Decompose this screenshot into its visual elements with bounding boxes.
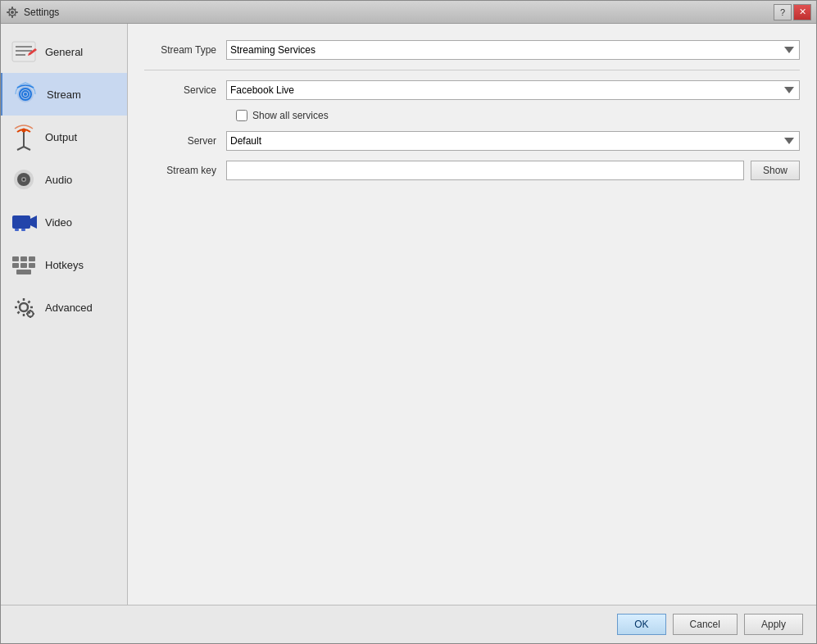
sidebar: General Stream xyxy=(1,24,128,605)
content-area: General Stream xyxy=(1,24,816,605)
hotkeys-icon xyxy=(9,250,39,279)
output-icon xyxy=(9,122,39,152)
svg-rect-33 xyxy=(29,256,35,261)
video-icon xyxy=(9,207,39,237)
service-select[interactable]: Facebook Live xyxy=(226,80,800,100)
separator-1 xyxy=(144,70,800,70)
svg-rect-37 xyxy=(16,270,31,274)
svg-rect-30 xyxy=(21,229,25,231)
svg-point-38 xyxy=(20,303,28,311)
close-button[interactable]: ✕ xyxy=(793,4,811,20)
svg-rect-35 xyxy=(20,263,27,268)
audio-icon xyxy=(9,165,39,194)
hotkeys-label: Hotkeys xyxy=(45,259,84,271)
settings-title-icon xyxy=(6,6,19,19)
title-bar-buttons: ? ✕ xyxy=(774,4,811,20)
sidebar-item-video[interactable]: Video xyxy=(1,201,127,243)
stream-key-control: Show xyxy=(226,161,800,180)
svg-line-46 xyxy=(18,311,20,313)
sidebar-item-hotkeys[interactable]: Hotkeys xyxy=(1,243,127,286)
svg-rect-32 xyxy=(20,256,27,261)
sidebar-item-audio[interactable]: Audio xyxy=(1,158,127,201)
service-control: Facebook Live xyxy=(226,80,800,100)
advanced-label: Advanced xyxy=(45,302,93,314)
apply-button[interactable]: Apply xyxy=(744,614,803,635)
audio-label: Audio xyxy=(45,174,72,186)
help-button[interactable]: ? xyxy=(774,4,792,20)
output-label: Output xyxy=(45,131,77,143)
stream-type-control: Streaming Services xyxy=(226,40,800,60)
svg-rect-29 xyxy=(15,229,19,231)
stream-type-label: Stream Type xyxy=(144,44,226,56)
svg-point-18 xyxy=(24,93,27,96)
server-control: Default xyxy=(226,131,800,151)
ok-button[interactable]: OK xyxy=(617,614,665,635)
svg-point-22 xyxy=(22,129,26,133)
svg-marker-28 xyxy=(30,215,37,229)
stream-settings-section: Stream Type Streaming Services Service F… xyxy=(144,40,800,588)
stream-type-select[interactable]: Streaming Services xyxy=(226,40,800,60)
server-select[interactable]: Default xyxy=(226,131,800,151)
title-bar: Settings ? ✕ xyxy=(1,1,816,24)
service-row: Service Facebook Live xyxy=(144,80,800,100)
svg-rect-5 xyxy=(16,11,18,13)
window-title: Settings xyxy=(24,7,59,18)
show-all-services-checkbox[interactable] xyxy=(236,110,247,121)
stream-label: Stream xyxy=(47,88,81,101)
stream-key-label: Stream key xyxy=(144,165,226,176)
stream-type-row: Stream Type Streaming Services xyxy=(144,40,800,60)
svg-line-21 xyxy=(24,147,30,150)
service-label: Service xyxy=(144,84,226,96)
svg-rect-2 xyxy=(11,7,13,9)
show-all-services-label[interactable]: Show all services xyxy=(252,110,329,121)
svg-rect-34 xyxy=(12,263,19,268)
settings-window: Settings ? ✕ xyxy=(0,0,817,644)
general-icon xyxy=(9,37,39,66)
stream-key-row: Stream key Show xyxy=(144,161,800,180)
sidebar-item-output[interactable]: Output xyxy=(1,116,127,158)
video-label: Video xyxy=(45,216,72,229)
show-all-services-row: Show all services xyxy=(236,110,800,121)
show-key-button[interactable]: Show xyxy=(751,161,800,180)
svg-line-20 xyxy=(17,147,24,150)
bottom-bar: OK Cancel Apply xyxy=(1,605,816,643)
svg-point-1 xyxy=(11,11,14,14)
general-label: General xyxy=(45,46,83,58)
svg-point-47 xyxy=(28,311,34,317)
svg-rect-3 xyxy=(11,16,13,18)
server-label: Server xyxy=(144,135,226,147)
svg-rect-4 xyxy=(7,11,9,13)
title-bar-left: Settings xyxy=(6,6,59,19)
server-row: Server Default xyxy=(144,131,800,151)
svg-rect-36 xyxy=(29,263,35,268)
svg-rect-27 xyxy=(12,215,30,229)
main-panel: Stream Type Streaming Services Service F… xyxy=(128,24,816,605)
advanced-icon xyxy=(9,293,39,322)
svg-rect-31 xyxy=(12,256,19,261)
stream-key-input[interactable] xyxy=(226,161,744,180)
svg-line-45 xyxy=(28,302,30,303)
svg-point-26 xyxy=(23,179,25,181)
sidebar-item-advanced[interactable]: Advanced xyxy=(1,286,127,329)
sidebar-item-general[interactable]: General xyxy=(1,30,127,73)
sidebar-item-stream[interactable]: Stream xyxy=(1,73,127,116)
stream-icon xyxy=(11,79,40,109)
cancel-button[interactable]: Cancel xyxy=(673,614,738,635)
svg-line-43 xyxy=(18,302,20,303)
